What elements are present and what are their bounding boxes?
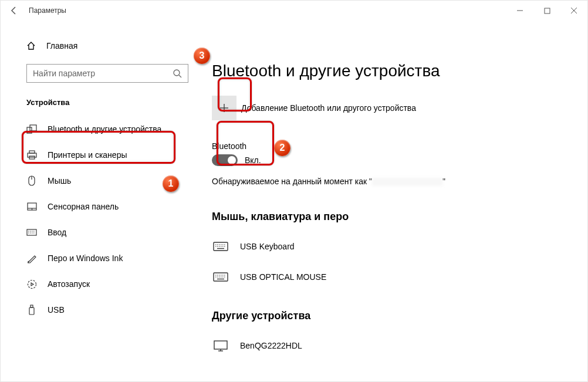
printer-icon <box>26 150 37 160</box>
sidebar-item-bluetooth[interactable]: Bluetooth и другие устройства <box>26 116 188 142</box>
device-row[interactable]: BenQG2222HDL <box>212 330 587 361</box>
autoplay-icon <box>26 279 37 289</box>
page-title: Bluetooth и другие устройства <box>212 62 587 80</box>
device-row[interactable]: USB Keyboard <box>212 231 587 262</box>
sidebar-item-mouse[interactable]: Мышь <box>26 168 188 194</box>
sidebar-item-printers[interactable]: Принтеры и сканеры <box>26 142 188 168</box>
sidebar-item-touchpad[interactable]: Сенсорная панель <box>26 194 188 219</box>
add-device-label: Добавление Bluetooth или другого устройс… <box>241 103 416 113</box>
svg-rect-19 <box>29 307 34 315</box>
device-label: BenQG2222HDL <box>240 341 302 350</box>
bluetooth-state: Вкл. <box>245 155 261 165</box>
svg-rect-1 <box>545 8 550 13</box>
svg-rect-4 <box>27 127 32 133</box>
pen-icon <box>26 253 37 263</box>
sidebar-item-typing[interactable]: Ввод <box>26 219 188 245</box>
sidebar-item-label: Сенсорная панель <box>48 202 119 211</box>
sidebar-item-autoplay[interactable]: Автозапуск <box>26 271 188 297</box>
sidebar-item-label: Перо и Windows Ink <box>48 253 123 263</box>
sidebar-home[interactable]: Главная <box>26 38 188 53</box>
titlebar: Параметры <box>1 1 587 21</box>
keyboard-icon <box>26 229 37 236</box>
sidebar-item-label: Мышь <box>48 176 71 185</box>
home-icon <box>26 41 36 50</box>
toggle-knob <box>228 156 236 164</box>
bluetooth-toggle[interactable] <box>212 154 238 166</box>
keyboard-icon <box>212 272 229 282</box>
sidebar: Главная Найти параметр Устройства Blueto… <box>1 21 188 381</box>
svg-point-17 <box>28 280 36 288</box>
mouse-icon <box>26 175 37 186</box>
search-input[interactable]: Найти параметр <box>26 64 188 83</box>
section-mouse-keyboard: Мышь, клавиатура и перо <box>212 211 587 223</box>
search-placeholder: Найти параметр <box>33 69 95 78</box>
sidebar-item-pen[interactable]: Перо и Windows Ink <box>26 245 188 271</box>
svg-rect-7 <box>28 153 36 157</box>
discoverable-text: Обнаруживаемое на данный момент как "" <box>212 177 587 186</box>
device-label: USB OPTICAL MOUSE <box>240 272 326 282</box>
sidebar-section-title: Устройства <box>26 98 188 107</box>
section-other-devices: Другие устройства <box>212 310 587 322</box>
svg-line-3 <box>179 75 181 77</box>
add-device-button[interactable] <box>212 96 236 120</box>
device-label: USB Keyboard <box>240 242 295 251</box>
minimize-button[interactable] <box>506 1 533 21</box>
touchpad-icon <box>26 202 37 211</box>
sidebar-item-usb[interactable]: USB <box>26 297 188 323</box>
keyboard-icon <box>212 242 229 251</box>
usb-icon <box>26 305 37 315</box>
sidebar-item-label: Bluetooth и другие устройства <box>48 124 161 134</box>
back-button[interactable] <box>1 1 28 21</box>
svg-rect-14 <box>27 229 36 235</box>
maximize-button[interactable] <box>533 1 560 21</box>
sidebar-item-label: Принтеры и сканеры <box>48 150 127 160</box>
close-button[interactable] <box>560 1 587 21</box>
plus-icon <box>219 103 229 113</box>
sidebar-item-label: Ввод <box>48 228 66 237</box>
device-name-blurred <box>372 178 442 186</box>
devices-icon <box>26 124 37 134</box>
svg-point-2 <box>174 70 180 76</box>
svg-rect-5 <box>30 125 36 131</box>
device-row[interactable]: USB OPTICAL MOUSE <box>212 262 587 292</box>
sidebar-item-label: Автозапуск <box>48 279 90 289</box>
svg-rect-6 <box>29 151 35 153</box>
monitor-icon <box>212 340 229 351</box>
bluetooth-label: Bluetooth <box>212 141 587 151</box>
svg-rect-30 <box>214 341 227 349</box>
sidebar-item-label: USB <box>48 305 65 315</box>
search-icon <box>173 69 182 78</box>
window-title: Параметры <box>28 6 66 15</box>
main-content: Bluetooth и другие устройства Добавление… <box>188 21 587 381</box>
sidebar-home-label: Главная <box>46 41 77 50</box>
